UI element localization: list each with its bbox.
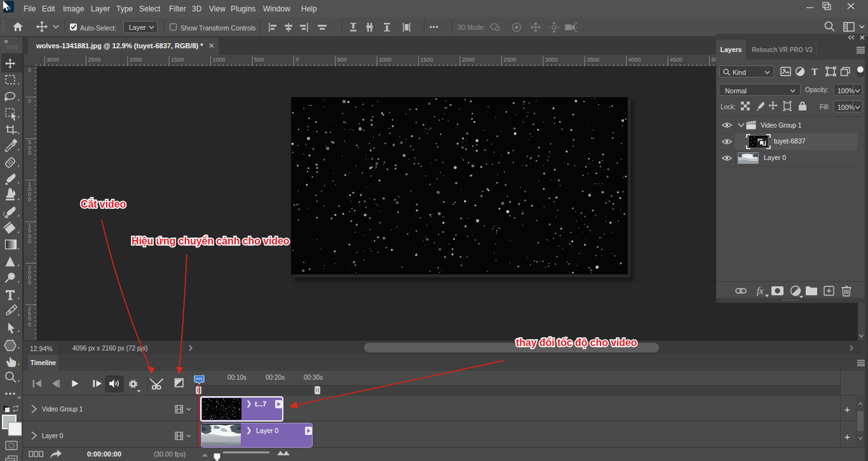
svg-text:2500: 2500	[503, 57, 516, 63]
svg-text:0: 0	[28, 98, 31, 104]
svg-text:500: 500	[254, 57, 264, 63]
svg-text:0: 0	[28, 67, 31, 73]
svg-text:3000: 3000	[46, 57, 59, 63]
svg-text:0: 0	[28, 196, 31, 203]
svg-text:0: 0	[28, 238, 31, 244]
svg-text:4000: 4000	[628, 57, 641, 63]
svg-text:1500: 1500	[421, 57, 433, 63]
svg-text:1000: 1000	[213, 57, 226, 63]
svg-text:1000: 1000	[379, 57, 391, 63]
svg-text:2500: 2500	[88, 57, 100, 63]
svg-text:4500: 4500	[670, 57, 682, 63]
svg-text:1500: 1500	[171, 57, 184, 63]
svg-text:0: 0	[28, 279, 31, 286]
svg-text:3500: 3500	[587, 57, 599, 63]
svg-text:fx: fx	[757, 286, 764, 296]
svg-text:2000: 2000	[130, 57, 142, 63]
svg-text:500: 500	[337, 57, 347, 63]
svg-text:2000: 2000	[462, 57, 475, 63]
svg-text:0: 0	[28, 321, 31, 328]
svg-text:0: 0	[295, 57, 299, 63]
svg-text:3000: 3000	[545, 57, 558, 63]
svg-text:0: 0	[28, 150, 31, 156]
svg-text:T: T	[811, 67, 818, 77]
